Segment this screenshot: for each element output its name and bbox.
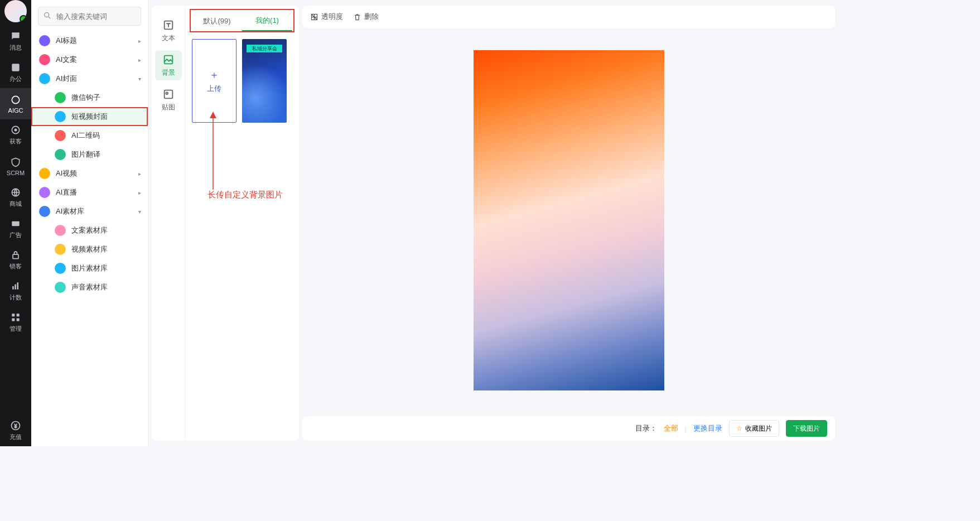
contacts-icon <box>10 62 21 73</box>
svg-rect-12 <box>12 319 15 321</box>
rail-manage[interactable]: 管理 <box>0 307 31 338</box>
sidebar-item[interactable]: AI视频▸ <box>31 164 148 183</box>
sidebar-menu: AI标题▸AI文案▸AI封面▾微信钩子短视频封面AI二维码图片翻译AI视频▸AI… <box>31 31 148 446</box>
tool-background[interactable]: 背景 <box>155 50 182 80</box>
rail-mall[interactable]: 商城 <box>0 182 31 213</box>
menu-icon <box>39 187 50 198</box>
tool-sticker[interactable]: 贴图 <box>155 85 182 115</box>
rail-label: 办公 <box>9 75 22 83</box>
dir-label: 目录： <box>635 423 657 433</box>
menu-icon <box>39 168 50 179</box>
search-wrap <box>38 7 141 26</box>
upload-card[interactable]: ＋ 上传 <box>192 39 236 123</box>
rail-label: 锁客 <box>9 262 22 271</box>
menu-label: AI直播 <box>56 187 77 197</box>
tab-mine[interactable]: 我的(1) <box>242 16 292 31</box>
search-input[interactable] <box>38 7 141 26</box>
shield-icon <box>10 157 21 168</box>
sidebar-subitem[interactable]: 文案素材库 <box>31 221 148 240</box>
menu-icon <box>55 149 66 160</box>
rail-recharge[interactable]: 充值 <box>0 415 31 446</box>
svg-rect-0 <box>12 64 19 71</box>
menu-label: AI素材库 <box>56 206 84 216</box>
delete-button[interactable]: 删除 <box>353 12 379 22</box>
favorite-label: 收藏图片 <box>745 424 772 433</box>
stage[interactable] <box>302 28 835 413</box>
chevron-right-icon: ▸ <box>138 171 141 177</box>
sidebar-subitem[interactable]: 图片素材库 <box>31 259 148 278</box>
chevron-down-icon: ▾ <box>138 76 141 82</box>
canvas-topbar: 透明度 删除 <box>302 6 835 28</box>
menu-label: AI标题 <box>56 36 77 46</box>
menu-label: 图片素材库 <box>71 263 108 273</box>
rail-label: 消息 <box>9 44 22 52</box>
menu-icon <box>39 35 50 46</box>
tool-text[interactable]: 文本 <box>155 16 182 46</box>
download-button[interactable]: 下载图片 <box>786 420 827 437</box>
sidebar-subitem[interactable]: 声音素材库 <box>31 278 148 297</box>
ads-icon <box>10 218 21 229</box>
menu-label: 图片翻译 <box>71 149 100 160</box>
sidebar-subitem[interactable]: 视频素材库 <box>31 240 148 259</box>
sidebar-subitem[interactable]: AI二维码 <box>31 126 148 145</box>
menu-icon <box>55 111 66 122</box>
trash-icon <box>353 13 361 21</box>
sidebar-item[interactable]: AI文案▸ <box>31 50 148 69</box>
chat-icon <box>10 31 21 42</box>
rail-lock[interactable]: 锁客 <box>0 244 31 276</box>
opacity-label: 透明度 <box>321 12 343 22</box>
favorite-button[interactable]: ☆收藏图片 <box>729 420 779 437</box>
rail-ads[interactable]: 广告 <box>0 213 31 244</box>
rail-scrm[interactable]: SCRM <box>0 151 31 182</box>
bg-thumbnail[interactable]: 私域分享会 <box>242 39 287 123</box>
tab-default[interactable]: 默认(99) <box>192 16 242 31</box>
opacity-button[interactable]: 透明度 <box>310 12 343 22</box>
sidebar-subitem[interactable]: 短视频封面 <box>31 107 148 126</box>
rail-office[interactable]: 办公 <box>0 57 31 88</box>
rail-stats[interactable]: 计数 <box>0 276 31 307</box>
menu-icon <box>55 282 66 293</box>
rail-label: SCRM <box>7 170 25 176</box>
thumb-tag: 私域分享会 <box>247 45 282 52</box>
sidebar-item[interactable]: AI封面▾ <box>31 69 148 88</box>
svg-point-1 <box>12 96 19 103</box>
menu-icon <box>55 263 66 274</box>
sidebar-item[interactable]: AI直播▸ <box>31 183 148 202</box>
rail-aigc[interactable]: AIGC <box>0 88 31 119</box>
menu-icon <box>39 54 50 65</box>
dir-all[interactable]: 全部 <box>664 423 678 433</box>
globe-icon <box>10 187 21 198</box>
chart-icon <box>10 281 21 292</box>
sticker-icon <box>162 88 175 100</box>
sidebar-subitem[interactable]: 图片翻译 <box>31 145 148 164</box>
menu-label: AI封面 <box>56 74 77 84</box>
plus-icon: ＋ <box>209 68 219 81</box>
chevron-right-icon: ▸ <box>138 57 141 63</box>
rail-acquire[interactable]: 获客 <box>0 119 31 151</box>
ai-icon <box>10 94 21 105</box>
yen-icon <box>10 420 21 431</box>
svg-rect-18 <box>164 90 172 98</box>
menu-icon <box>55 244 66 255</box>
tool-column: 文本 背景 贴图 <box>152 6 185 441</box>
sidebar-item[interactable]: AI素材库▾ <box>31 202 148 221</box>
svg-rect-11 <box>17 313 20 316</box>
change-dir-button[interactable]: 更换目录 <box>693 423 722 433</box>
sidebar-item[interactable]: AI标题▸ <box>31 31 148 50</box>
svg-point-2 <box>15 129 17 132</box>
menu-icon <box>55 225 66 236</box>
avatar[interactable] <box>4 0 27 22</box>
menu-icon <box>39 206 50 217</box>
target-icon <box>10 124 21 136</box>
sidebar-subitem[interactable]: 微信钩子 <box>31 88 148 107</box>
rail-messages[interactable]: 消息 <box>0 26 31 57</box>
rail-label: 管理 <box>9 325 22 333</box>
svg-rect-6 <box>13 254 18 259</box>
star-icon: ☆ <box>736 424 742 432</box>
tool-label: 贴图 <box>162 103 175 112</box>
asset-grid: ＋ 上传 私域分享会 <box>192 39 292 123</box>
tabs: 默认(99) 我的(1) <box>192 11 292 31</box>
footer-bar: 目录： 全部 | 更换目录 ☆收藏图片 下载图片 <box>302 416 835 441</box>
artboard[interactable] <box>474 50 664 390</box>
menu-label: 文案素材库 <box>71 225 108 235</box>
